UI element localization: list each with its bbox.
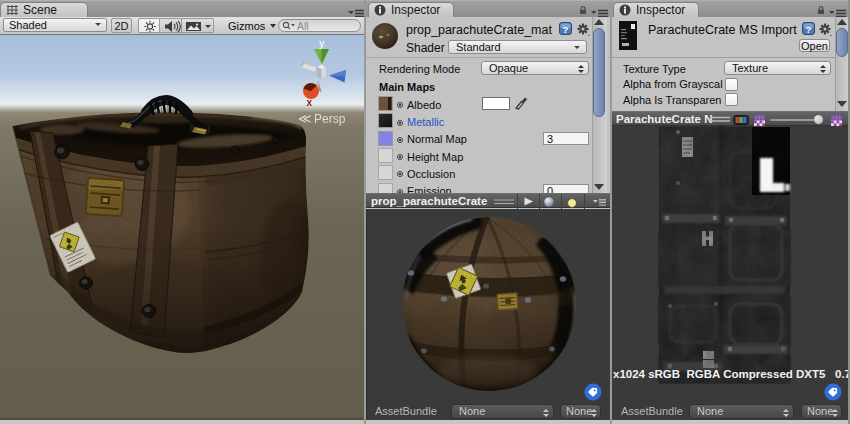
svg-text:?: ? <box>563 24 569 35</box>
svg-text:x: x <box>307 97 313 108</box>
svg-text:x1024 sRGB RGBA Compressed DX: x1024 sRGB RGBA Compressed DXT5 0.7 <box>613 368 850 380</box>
svg-text:?: ? <box>806 24 812 35</box>
svg-text:y: y <box>319 38 325 49</box>
svg-text:≪ Persp: ≪ Persp <box>298 111 346 126</box>
